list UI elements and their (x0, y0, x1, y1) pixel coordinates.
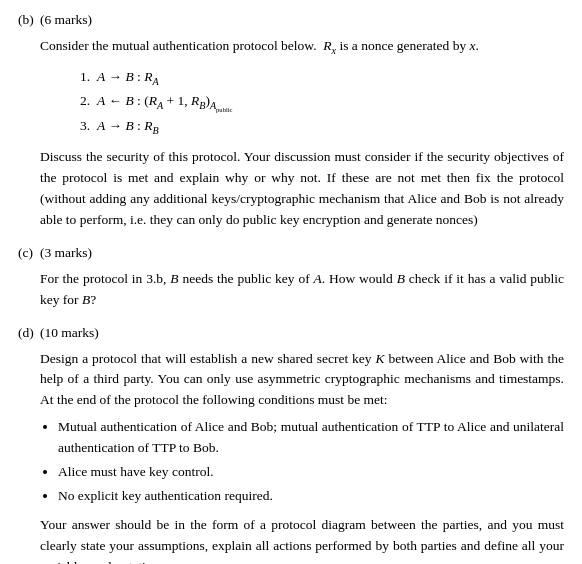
section-c-content: (3 marks) For the protocol in 3.b, B nee… (40, 245, 564, 311)
protocol-line-1: 1. A → B : RA (80, 66, 564, 90)
section-b-label: (b) (18, 12, 40, 231)
section-c-label: (c) (18, 245, 40, 311)
section-d-label: (d) (18, 325, 40, 564)
protocol-line-3: 3. A → B : RB (80, 115, 564, 139)
bullet-1: Mutual authentication of Alice and Bob; … (58, 417, 564, 459)
section-c: (c) (3 marks) For the protocol in 3.b, B… (18, 245, 564, 311)
bullet-3: No explicit key authentication required. (58, 486, 564, 507)
section-d: (d) (10 marks) Design a protocol that wi… (18, 325, 564, 564)
section-d-closing: Your answer should be in the form of a p… (40, 515, 564, 564)
section-d-bullets: Mutual authentication of Alice and Bob; … (58, 417, 564, 507)
bullet-2: Alice must have key control. (58, 462, 564, 483)
section-d-marks: (10 marks) (40, 325, 99, 340)
section-c-text: For the protocol in 3.b, B needs the pub… (40, 269, 564, 311)
section-d-intro: Design a protocol that will establish a … (40, 349, 564, 412)
section-b-marks: (6 marks) (40, 12, 92, 27)
section-d-content: (10 marks) Design a protocol that will e… (40, 325, 564, 564)
section-b: (b) (6 marks) Consider the mutual authen… (18, 12, 564, 231)
protocol-line-2: 2. A ← B : (RA + 1, RB)Apublic (80, 90, 564, 115)
section-c-marks: (3 marks) (40, 245, 92, 260)
section-b-content: (6 marks) Consider the mutual authentica… (40, 12, 564, 231)
protocol-block: 1. A → B : RA 2. A ← B : (RA + 1, RB)Apu… (80, 66, 564, 139)
section-b-discussion: Discuss the security of this protocol. Y… (40, 147, 564, 231)
section-b-intro: Consider the mutual authentication proto… (40, 36, 564, 58)
